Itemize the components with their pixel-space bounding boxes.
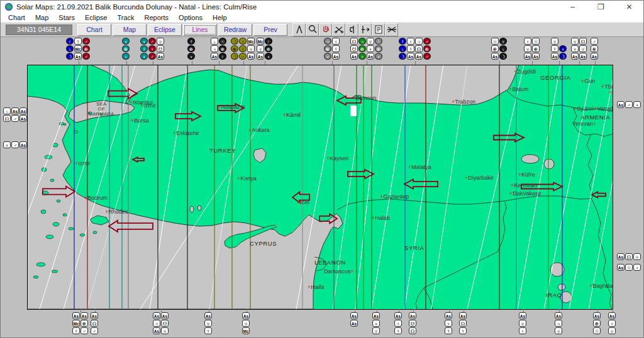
label-stem xyxy=(192,61,192,65)
map-canvas[interactable]: SEAOFMARMARAGEORGIAARMENIATURKEYSYRIACYP… xyxy=(27,65,613,310)
planet-line-label-cluster: ♆⊕♀ xyxy=(122,38,130,60)
map-client-area: SEAOFMARMARAGEORGIAARMENIATURKEYSYRIACYP… xyxy=(1,37,644,338)
planet-glyph-badge: ♅ xyxy=(247,45,255,52)
planet-glyph-badge: As xyxy=(579,53,587,60)
planet-glyph-badge: ♅ xyxy=(499,38,507,45)
planet-glyph-badge: ☉ xyxy=(491,38,499,45)
planet-glyph-badge: ♂ xyxy=(82,38,90,45)
island xyxy=(46,235,53,239)
menu-item-track[interactable]: Track xyxy=(112,14,139,21)
planet-line-label-cluster: AsMc☿As⊕♂ xyxy=(72,312,88,334)
city-label: +Bodrum xyxy=(84,195,108,201)
planet-glyph-badge: ♀ xyxy=(445,320,452,327)
prev-button[interactable]: Prev xyxy=(253,24,287,36)
city-label: +Guri xyxy=(581,78,595,84)
planet-glyph-badge: ⊕ xyxy=(82,45,90,52)
planet-line-label-cluster: As☊♂ xyxy=(91,312,98,334)
planet-line-label-cluster: ☉⊕As♅♄☽ xyxy=(491,38,507,60)
planet-glyph-badge: ♀ xyxy=(608,320,616,327)
planet-line-label-cluster: As♀☿ xyxy=(394,312,402,334)
planet-glyph-badge: ♅ xyxy=(242,320,250,327)
label-stem xyxy=(95,309,96,312)
planet-glyph-badge: ♅ xyxy=(551,38,558,45)
label-stem xyxy=(559,309,560,312)
country-label: LEBANON xyxy=(314,259,346,266)
label-stem xyxy=(449,309,450,312)
planet-glyph-badge: ♇ xyxy=(265,38,272,45)
redraw-button[interactable]: Redraw xyxy=(218,24,252,36)
planet-glyph-badge: As xyxy=(551,53,558,60)
restore-button[interactable]: ❐ xyxy=(587,1,615,13)
menu-item-eclipse[interactable]: Eclipse xyxy=(80,14,112,21)
crosshair-icon[interactable] xyxy=(358,23,372,36)
zoom-icon[interactable] xyxy=(306,23,319,36)
chart-button[interactable]: Chart xyxy=(77,24,111,36)
planet-glyph-badge: ☽ xyxy=(499,53,507,60)
planet-glyph-badge: ☿ xyxy=(204,327,212,334)
island xyxy=(53,222,59,226)
planet-line-label-cluster: As⊕☉ xyxy=(593,312,601,334)
planet-line-label-cluster: As☊☿ xyxy=(459,312,467,334)
planet-glyph-badge: As xyxy=(367,53,374,60)
planet-line-label-cluster: As♅Mc xyxy=(242,312,250,334)
planet-glyph-badge: ♃ xyxy=(153,320,160,327)
planet-glyph-badge: As xyxy=(204,312,212,319)
menu-item-stars[interactable]: Stars xyxy=(53,14,80,21)
planet-glyph-badge: ⊕ xyxy=(593,320,601,327)
scissors-icon[interactable] xyxy=(332,23,345,36)
compass-icon xyxy=(294,24,305,35)
city-label: +Rhodes xyxy=(105,209,128,215)
menu-item-chart[interactable]: Chart xyxy=(3,14,30,21)
planet-glyph-badge: ♅ xyxy=(519,320,526,327)
planet-glyph-badge: ♅ xyxy=(372,327,380,334)
planet-glyph-badge: ♀ xyxy=(358,53,366,60)
pan-hand-icon[interactable] xyxy=(319,23,332,36)
planet-glyph-badge: As xyxy=(407,53,414,60)
planet-glyph-badge: ♀ xyxy=(332,38,340,45)
label-stem xyxy=(464,309,464,312)
planet-glyph-badge: ♆ xyxy=(140,38,148,45)
planet-glyph-badge: ♀ xyxy=(633,264,641,271)
menu-item-map[interactable]: Map xyxy=(30,14,53,21)
planet-glyph-badge: ♄ xyxy=(211,38,218,45)
lines-button[interactable]: Lines xyxy=(183,24,217,36)
minimize-button[interactable]: – xyxy=(558,1,587,13)
planet-glyph-badge: ♂ xyxy=(239,53,247,60)
label-stem xyxy=(355,309,355,312)
label-stem xyxy=(532,61,533,65)
planet-glyph-badge: ♂ xyxy=(148,53,156,60)
planet-glyph-badge: As xyxy=(524,53,531,60)
menu-item-options[interactable]: Options xyxy=(174,14,208,21)
country-label: GEORGIA xyxy=(540,74,571,81)
menu-item-help[interactable]: Help xyxy=(208,14,232,21)
planet-glyph-badge: ♃ xyxy=(555,320,562,327)
planet-glyph-badge: As xyxy=(72,312,80,319)
label-stem xyxy=(332,61,333,65)
menu-item-reports[interactable]: Reports xyxy=(140,14,174,21)
planet-glyph-badge: ⊕ xyxy=(265,45,272,52)
planet-glyph-badge: ♅ xyxy=(579,45,587,52)
clamp-icon[interactable] xyxy=(345,23,358,36)
planet-glyph-badge: As xyxy=(445,312,452,319)
planet-glyph-badge: ♃ xyxy=(324,38,331,45)
planet-glyph-badge: As xyxy=(211,53,218,60)
coordinate-readout: 34N31 045E14 xyxy=(6,25,72,35)
planet-glyph-badge: As xyxy=(532,53,540,60)
planet-glyph-badge: ☽ xyxy=(231,38,238,45)
planet-glyph-badge: ☿ xyxy=(407,45,414,52)
jack-icon[interactable] xyxy=(385,23,398,36)
planet-line-label-cluster: ♅♆As☊♅As xyxy=(571,38,587,60)
planet-glyph-badge: As xyxy=(19,141,27,148)
planet-glyph-badge: As xyxy=(555,312,562,319)
map-button[interactable]: Map xyxy=(113,24,147,36)
close-button[interactable]: ✕ xyxy=(615,1,643,13)
lake xyxy=(558,284,565,290)
planet-glyph-badge: ♄ xyxy=(3,107,11,114)
planet-glyph-badge: ♂ xyxy=(91,327,98,334)
compass-icon[interactable] xyxy=(292,23,306,36)
report-icon[interactable] xyxy=(372,23,385,36)
label-stem xyxy=(613,309,613,312)
planet-glyph-badge: ♂ xyxy=(625,101,633,108)
planet-glyph-badge: ☊ xyxy=(415,45,423,52)
eclipse-button[interactable]: Eclipse xyxy=(148,24,182,36)
